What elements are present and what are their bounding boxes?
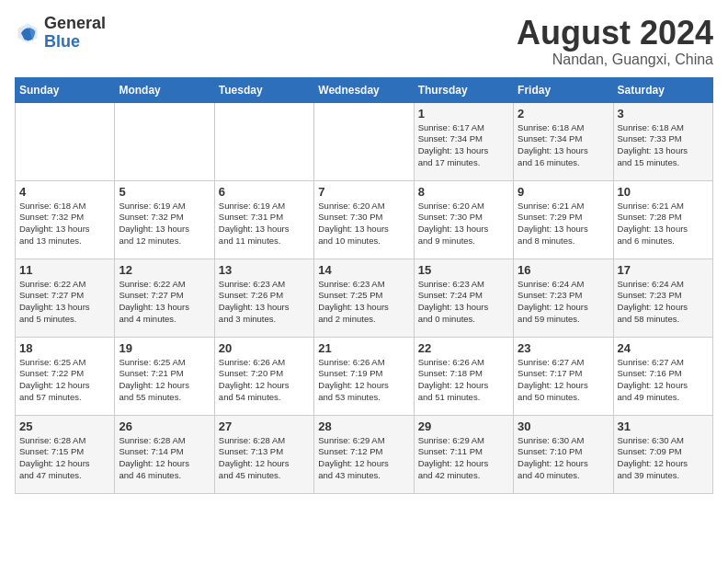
- weekday-header-cell: Friday: [514, 77, 613, 102]
- calendar-day-cell: 26Sunrise: 6:28 AM Sunset: 7:14 PM Dayli…: [115, 415, 214, 493]
- day-info: Sunrise: 6:26 AM Sunset: 7:18 PM Dayligh…: [418, 357, 509, 404]
- day-info: Sunrise: 6:29 AM Sunset: 7:12 PM Dayligh…: [318, 435, 409, 482]
- weekday-header-cell: Sunday: [16, 77, 115, 102]
- day-number: 28: [318, 419, 409, 433]
- day-number: 20: [219, 341, 310, 355]
- calendar-day-cell: 6Sunrise: 6:19 AM Sunset: 7:31 PM Daylig…: [214, 180, 313, 259]
- day-info: Sunrise: 6:23 AM Sunset: 7:25 PM Dayligh…: [318, 279, 409, 326]
- calendar-day-cell: 22Sunrise: 6:26 AM Sunset: 7:18 PM Dayli…: [414, 337, 513, 415]
- day-number: 13: [219, 263, 310, 277]
- calendar-day-cell: 28Sunrise: 6:29 AM Sunset: 7:12 PM Dayli…: [314, 415, 414, 493]
- day-number: 21: [318, 341, 409, 355]
- calendar-day-cell: 25Sunrise: 6:28 AM Sunset: 7:15 PM Dayli…: [16, 415, 115, 493]
- day-info: Sunrise: 6:20 AM Sunset: 7:30 PM Dayligh…: [418, 201, 509, 247]
- page-header: General Blue August 2024 Nandan, Guangxi…: [15, 15, 713, 68]
- day-number: 7: [318, 185, 409, 199]
- calendar-day-cell: 18Sunrise: 6:25 AM Sunset: 7:22 PM Dayli…: [16, 337, 115, 415]
- day-number: 14: [318, 263, 409, 277]
- calendar-day-cell: 24Sunrise: 6:27 AM Sunset: 7:16 PM Dayli…: [613, 337, 712, 415]
- day-info: Sunrise: 6:30 AM Sunset: 7:09 PM Dayligh…: [618, 435, 709, 482]
- day-number: 18: [19, 341, 110, 355]
- calendar-day-cell: 9Sunrise: 6:21 AM Sunset: 7:29 PM Daylig…: [514, 180, 613, 259]
- weekday-header-cell: Monday: [115, 77, 214, 102]
- calendar-day-cell: 19Sunrise: 6:25 AM Sunset: 7:21 PM Dayli…: [115, 337, 214, 415]
- day-info: Sunrise: 6:23 AM Sunset: 7:24 PM Dayligh…: [418, 279, 509, 326]
- calendar-day-cell: 3Sunrise: 6:18 AM Sunset: 7:33 PM Daylig…: [613, 102, 712, 180]
- day-number: 12: [119, 263, 210, 277]
- day-number: 29: [418, 419, 509, 433]
- day-number: 3: [618, 107, 709, 121]
- calendar-week-row: 11Sunrise: 6:22 AM Sunset: 7:27 PM Dayli…: [16, 259, 713, 337]
- calendar-day-cell: [115, 102, 214, 180]
- day-number: 9: [518, 185, 609, 199]
- day-number: 30: [518, 419, 609, 433]
- day-info: Sunrise: 6:21 AM Sunset: 7:29 PM Dayligh…: [518, 201, 609, 247]
- day-number: 16: [518, 263, 609, 277]
- calendar-day-cell: 20Sunrise: 6:26 AM Sunset: 7:20 PM Dayli…: [214, 337, 313, 415]
- day-number: 2: [518, 107, 609, 121]
- calendar-week-row: 18Sunrise: 6:25 AM Sunset: 7:22 PM Dayli…: [16, 337, 713, 415]
- calendar-day-cell: 13Sunrise: 6:23 AM Sunset: 7:26 PM Dayli…: [214, 259, 313, 337]
- calendar-day-cell: 29Sunrise: 6:29 AM Sunset: 7:11 PM Dayli…: [414, 415, 513, 493]
- day-number: 26: [119, 419, 210, 433]
- month-year-title: August 2024: [517, 15, 713, 52]
- day-number: 31: [618, 419, 709, 433]
- day-number: 15: [418, 263, 509, 277]
- calendar-table: SundayMondayTuesdayWednesdayThursdayFrid…: [15, 77, 713, 494]
- day-number: 23: [518, 341, 609, 355]
- calendar-body: 1Sunrise: 6:17 AM Sunset: 7:34 PM Daylig…: [16, 102, 713, 493]
- calendar-day-cell: 27Sunrise: 6:28 AM Sunset: 7:13 PM Dayli…: [214, 415, 313, 493]
- day-info: Sunrise: 6:26 AM Sunset: 7:19 PM Dayligh…: [318, 357, 409, 404]
- day-info: Sunrise: 6:30 AM Sunset: 7:10 PM Dayligh…: [518, 435, 609, 482]
- weekday-header-row: SundayMondayTuesdayWednesdayThursdayFrid…: [16, 77, 713, 102]
- day-number: 11: [19, 263, 110, 277]
- day-info: Sunrise: 6:27 AM Sunset: 7:17 PM Dayligh…: [518, 357, 609, 404]
- calendar-day-cell: 23Sunrise: 6:27 AM Sunset: 7:17 PM Dayli…: [514, 337, 613, 415]
- calendar-day-cell: 11Sunrise: 6:22 AM Sunset: 7:27 PM Dayli…: [16, 259, 115, 337]
- day-info: Sunrise: 6:28 AM Sunset: 7:14 PM Dayligh…: [119, 435, 210, 482]
- day-number: 6: [219, 185, 310, 199]
- day-number: 1: [418, 107, 509, 121]
- calendar-day-cell: 7Sunrise: 6:20 AM Sunset: 7:30 PM Daylig…: [314, 180, 414, 259]
- day-info: Sunrise: 6:19 AM Sunset: 7:31 PM Dayligh…: [219, 201, 310, 247]
- calendar-day-cell: 5Sunrise: 6:19 AM Sunset: 7:32 PM Daylig…: [115, 180, 214, 259]
- day-info: Sunrise: 6:24 AM Sunset: 7:23 PM Dayligh…: [518, 279, 609, 326]
- day-number: 10: [618, 185, 709, 199]
- calendar-day-cell: 2Sunrise: 6:18 AM Sunset: 7:34 PM Daylig…: [514, 102, 613, 180]
- calendar-week-row: 4Sunrise: 6:18 AM Sunset: 7:32 PM Daylig…: [16, 180, 713, 259]
- calendar-day-cell: [314, 102, 414, 180]
- title-block: August 2024 Nandan, Guangxi, China: [517, 15, 713, 68]
- day-info: Sunrise: 6:18 AM Sunset: 7:34 PM Dayligh…: [518, 122, 609, 169]
- day-info: Sunrise: 6:26 AM Sunset: 7:20 PM Dayligh…: [219, 357, 310, 404]
- day-info: Sunrise: 6:28 AM Sunset: 7:15 PM Dayligh…: [19, 435, 110, 482]
- calendar-day-cell: [214, 102, 313, 180]
- day-info: Sunrise: 6:27 AM Sunset: 7:16 PM Dayligh…: [618, 357, 709, 404]
- logo-icon: [15, 20, 40, 46]
- day-info: Sunrise: 6:21 AM Sunset: 7:28 PM Dayligh…: [618, 201, 709, 247]
- calendar-day-cell: 30Sunrise: 6:30 AM Sunset: 7:10 PM Dayli…: [514, 415, 613, 493]
- day-number: 27: [219, 419, 310, 433]
- calendar-day-cell: 14Sunrise: 6:23 AM Sunset: 7:25 PM Dayli…: [314, 259, 414, 337]
- calendar-day-cell: 12Sunrise: 6:22 AM Sunset: 7:27 PM Dayli…: [115, 259, 214, 337]
- day-number: 24: [618, 341, 709, 355]
- day-info: Sunrise: 6:19 AM Sunset: 7:32 PM Dayligh…: [119, 201, 210, 247]
- day-info: Sunrise: 6:28 AM Sunset: 7:13 PM Dayligh…: [219, 435, 310, 482]
- calendar-day-cell: 1Sunrise: 6:17 AM Sunset: 7:34 PM Daylig…: [414, 102, 513, 180]
- day-number: 8: [418, 185, 509, 199]
- weekday-header-cell: Wednesday: [314, 77, 414, 102]
- calendar-day-cell: [16, 102, 115, 180]
- calendar-day-cell: 31Sunrise: 6:30 AM Sunset: 7:09 PM Dayli…: [613, 415, 712, 493]
- day-info: Sunrise: 6:25 AM Sunset: 7:22 PM Dayligh…: [19, 357, 110, 404]
- day-number: 22: [418, 341, 509, 355]
- day-info: Sunrise: 6:17 AM Sunset: 7:34 PM Dayligh…: [418, 122, 509, 169]
- weekday-header-cell: Saturday: [613, 77, 712, 102]
- day-info: Sunrise: 6:29 AM Sunset: 7:11 PM Dayligh…: [418, 435, 509, 482]
- calendar-day-cell: 10Sunrise: 6:21 AM Sunset: 7:28 PM Dayli…: [613, 180, 712, 259]
- day-info: Sunrise: 6:25 AM Sunset: 7:21 PM Dayligh…: [119, 357, 210, 404]
- calendar-day-cell: 16Sunrise: 6:24 AM Sunset: 7:23 PM Dayli…: [514, 259, 613, 337]
- calendar-day-cell: 15Sunrise: 6:23 AM Sunset: 7:24 PM Dayli…: [414, 259, 513, 337]
- weekday-header-cell: Tuesday: [214, 77, 313, 102]
- day-info: Sunrise: 6:18 AM Sunset: 7:32 PM Dayligh…: [19, 201, 110, 247]
- calendar-week-row: 25Sunrise: 6:28 AM Sunset: 7:15 PM Dayli…: [16, 415, 713, 493]
- day-number: 4: [19, 185, 110, 199]
